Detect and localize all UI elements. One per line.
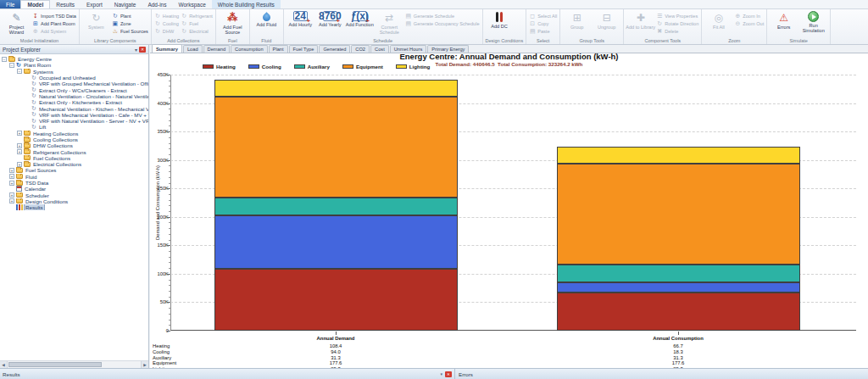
ungroup-button[interactable]: ⊟Ungroup bbox=[592, 10, 621, 30]
expand-toggle[interactable]: + bbox=[17, 143, 22, 148]
pin-icon[interactable]: ▾ bbox=[440, 371, 442, 376]
delete-button[interactable]: ✖Delete bbox=[656, 27, 698, 35]
tree-item-vrf-with-natural-ventilation-server-nv-vrf[interactable]: ↻VRF with Natural Ventilation - Server -… bbox=[0, 118, 148, 124]
fuel-sources-button[interactable]: ♨Fuel Sources bbox=[112, 27, 148, 35]
y-minor-tick bbox=[169, 262, 170, 263]
add-function-button[interactable]: ƒ(x)Add Function bbox=[345, 10, 375, 36]
tree-item-scheduler[interactable]: +Scheduler bbox=[0, 192, 148, 198]
add-dc-button[interactable]: Add DC bbox=[485, 10, 515, 29]
errors-button[interactable]: ⚠Errors bbox=[769, 10, 798, 34]
heating-button[interactable]: ↻Heating bbox=[154, 12, 179, 20]
yearly-icon: 8760 bbox=[323, 11, 337, 21]
tree-item-natural-ventilation-circulation-natural-ventilation[interactable]: ↻Natural Ventilation - Circulation - Nat… bbox=[0, 93, 148, 99]
expand-toggle[interactable]: + bbox=[17, 131, 22, 136]
ribbon-tab-whole-building-results[interactable]: Whole Building Results bbox=[212, 0, 281, 8]
view-properties-button[interactable]: ☰View Properties bbox=[656, 12, 698, 20]
collapse-toggle[interactable]: − bbox=[17, 69, 22, 74]
fit-all-button[interactable]: ◎Fit All bbox=[704, 10, 733, 30]
ribbon-tab-model[interactable]: Model bbox=[20, 0, 50, 8]
tree-item-mechanical-ventilation-kitchen-mechanical-ventilation[interactable]: ↻Mechanical Ventilation - Kitchen - Mech… bbox=[0, 105, 148, 111]
collapse-toggle[interactable]: − bbox=[2, 57, 7, 62]
zoom-out-button[interactable]: ⊖Zoom Out bbox=[734, 20, 764, 27]
add-system-button[interactable]: ⊕Add System bbox=[32, 27, 76, 35]
zoom-in-button[interactable]: ⊕Zoom In bbox=[734, 12, 764, 20]
ribbon-tab-file[interactable]: File bbox=[0, 0, 20, 8]
tree-item-plant-room[interactable]: −↻Plant Room bbox=[0, 62, 148, 68]
add-fluid-button[interactable]: Add Fluid bbox=[252, 10, 281, 27]
tree-item-tsd-data[interactable]: +TSD Data bbox=[0, 180, 148, 186]
results-panel-caption[interactable]: Results ▾ ✕ bbox=[0, 369, 455, 379]
add-hourly-button[interactable]: 24Add Hourly bbox=[286, 10, 315, 36]
scrollbar-thumb[interactable] bbox=[8, 362, 102, 367]
tree-item-heating-collections[interactable]: +Heating Collections bbox=[0, 131, 148, 137]
tree-item-fuel-collections[interactable]: Fuel Collections bbox=[0, 155, 148, 161]
fuel-button[interactable]: ↻Fuel bbox=[181, 20, 213, 27]
paste-button[interactable]: ▤Paste bbox=[529, 27, 557, 35]
run-simulation-button[interactable]: Run Simulation bbox=[798, 10, 828, 34]
collapse-toggle[interactable]: − bbox=[9, 63, 14, 68]
tree-item-lift[interactable]: ↻Lift bbox=[0, 124, 148, 130]
dhw-button[interactable]: ↻DHW bbox=[154, 27, 179, 35]
close-icon[interactable]: ✕ bbox=[139, 47, 146, 53]
add-plant-room-button[interactable]: ⊞Add Plant Room bbox=[32, 20, 76, 27]
add-fuel-source-button[interactable]: ⁂Add Fuel Source bbox=[218, 10, 248, 36]
expand-toggle[interactable]: + bbox=[17, 149, 22, 154]
generate-occupancy-schedule-button[interactable]: ▤Generate Occupancy Schedule bbox=[405, 20, 480, 27]
tree-item-design-conditions[interactable]: +Design Conditions bbox=[0, 198, 148, 204]
errors-panel-caption[interactable]: Errors bbox=[455, 369, 868, 379]
project-wizard-button[interactable]: ✎Project Wizard bbox=[2, 10, 31, 36]
ribbon-tab-export[interactable]: Export bbox=[81, 0, 108, 8]
tree-item-refrigerant-collections[interactable]: +Refrigerant Collections bbox=[0, 148, 148, 154]
tree-item-vrf-with-mechanical-ventilation-cafe-mv-vrf[interactable]: ↻VRF with Mechanical Ventilation - Cafe … bbox=[0, 112, 148, 118]
convert-schedule-button[interactable]: ⇄Convert Schedule bbox=[375, 10, 404, 36]
tree-item-extract-only-kitchenettes-extract[interactable]: ↻Extract Only - Kitchenettes - Extract bbox=[0, 99, 148, 105]
tree-item-vrf-with-grouped-mechanical-ventilation-offices-meetin[interactable]: ↻VRF with Grouped Mechanical Ventilation… bbox=[0, 81, 148, 86]
copy-button[interactable]: ⊡Copy bbox=[529, 20, 557, 27]
scroll-left-arrow-icon[interactable]: ◀ bbox=[0, 361, 8, 368]
expand-toggle[interactable]: + bbox=[17, 162, 22, 167]
refrigerant-button[interactable]: ↻Refrigerant bbox=[181, 12, 213, 20]
tree-item-systems[interactable]: −Systems bbox=[0, 69, 148, 75]
status-bar: Results ▾ ✕ Errors bbox=[0, 368, 868, 379]
tree-item-energy-centre[interactable]: −Energy Centre bbox=[0, 56, 148, 62]
add-to-library-button[interactable]: ✚Add to Library bbox=[626, 10, 655, 30]
tree-item-extract-only-wcs-cleaners-extract[interactable]: ↻Extract Only - WCs/Cleaners - Extract bbox=[0, 86, 148, 92]
tree-item-results[interactable]: Results bbox=[0, 204, 148, 210]
group-button[interactable]: ⊞Group bbox=[562, 10, 592, 30]
generate-schedule-button[interactable]: ▤Generate Schedule bbox=[405, 12, 480, 20]
ribbon-tab-workspace[interactable]: Workspace bbox=[172, 0, 211, 8]
tree-item-occupied-and-unheated[interactable]: ↻Occupied and Unheated bbox=[0, 75, 148, 81]
electrical-button[interactable]: ↻Electrical bbox=[181, 27, 213, 35]
select-all-button[interactable]: ◻Select All bbox=[529, 12, 557, 20]
ribbon-group-add-collections: ↻Heating↻Cooling↻DHW↻Refrigerant↻Fuel↻El… bbox=[152, 9, 216, 44]
tree-item-fluid[interactable]: +Fluid bbox=[0, 174, 148, 180]
y-minor-tick bbox=[169, 268, 170, 269]
tree-item-cooling-collections[interactable]: Cooling Collections bbox=[0, 137, 148, 142]
pin-icon[interactable]: ▾ bbox=[135, 47, 137, 53]
add-yearly-button[interactable]: 8760Add Yearly bbox=[315, 10, 345, 36]
tree-item-fuel-sources[interactable]: +Fuel Sources bbox=[0, 167, 148, 173]
tree-item-label: Fluid bbox=[25, 174, 37, 180]
expand-toggle[interactable]: + bbox=[9, 168, 14, 173]
rotate-direction-button[interactable]: ↻Rotate Direction bbox=[656, 20, 698, 27]
project-explorer-header[interactable]: Project Explorer ▾ ✕ bbox=[0, 45, 148, 54]
import-tsd-data-button[interactable]: ↧Import TSD Data bbox=[32, 12, 76, 20]
tree-item-calendar[interactable]: Calendar bbox=[0, 186, 148, 192]
plant-button[interactable]: ↻Plant bbox=[112, 12, 148, 20]
zone-button[interactable]: ▣Zone bbox=[112, 20, 148, 27]
ribbon-tab-add-ins[interactable]: Add-ins bbox=[142, 0, 172, 8]
tree-h-scrollbar[interactable]: ◀ ▶ bbox=[0, 360, 148, 368]
ribbon-tab-navigate[interactable]: Navigate bbox=[108, 0, 142, 8]
close-icon[interactable]: ✕ bbox=[445, 371, 452, 377]
expand-toggle[interactable]: + bbox=[9, 198, 14, 203]
system-button[interactable]: ↻System bbox=[81, 10, 111, 30]
expand-toggle[interactable]: + bbox=[9, 174, 14, 179]
tree-item-dhw-collections[interactable]: +DHW Collections bbox=[0, 142, 148, 148]
button-label: Add Fuel Source bbox=[218, 25, 248, 36]
expand-toggle[interactable]: + bbox=[9, 192, 14, 198]
ribbon-tab-results[interactable]: Results bbox=[50, 0, 81, 8]
tree-item-electrical-collections[interactable]: +Electrical Collections bbox=[0, 161, 148, 167]
cooling-button[interactable]: ↻Cooling bbox=[154, 20, 179, 27]
expand-toggle[interactable]: + bbox=[9, 181, 14, 186]
scroll-right-arrow-icon[interactable]: ▶ bbox=[141, 361, 148, 368]
